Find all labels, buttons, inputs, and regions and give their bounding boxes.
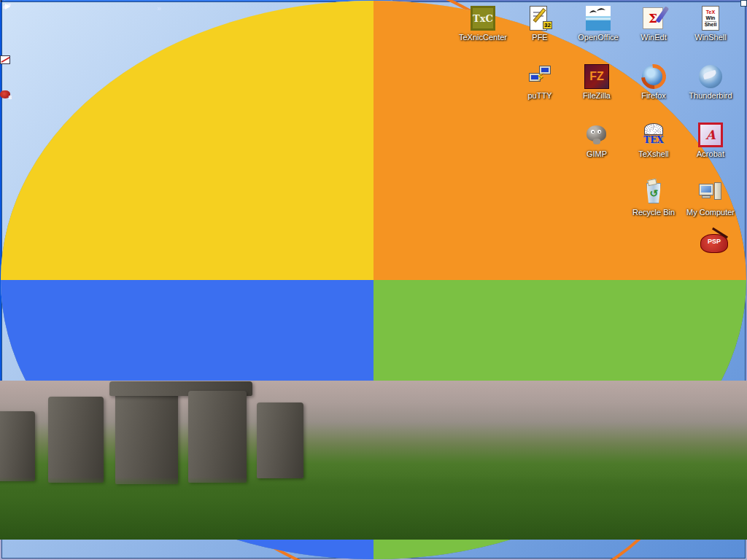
- chevron-more-icon[interactable]: »: [157, 4, 161, 12]
- desktop-icon-thunderbird[interactable]: Thunderbird: [682, 64, 739, 100]
- thunderbird-icon: [698, 64, 723, 89]
- desktop-icon-putty[interactable]: ⚡︎ puTTY: [511, 64, 568, 100]
- pfe-icon: 32: [527, 6, 552, 31]
- acrobat-icon: A: [698, 122, 723, 147]
- desktop-icon-firefox[interactable]: Firefox: [625, 64, 682, 100]
- psp-task-icon: 8: [0, 90, 10, 98]
- wallpaper-stonehenge: [0, 381, 747, 540]
- winshell-icon: TeXWinShell: [698, 6, 723, 31]
- gimp-icon: [584, 122, 609, 147]
- desktop-icon-winedt[interactable]: Σ WinEdt: [625, 6, 682, 42]
- texshell-icon: TEX: [641, 122, 666, 147]
- firefox-icon: [641, 64, 666, 89]
- desktop-icon-pfe[interactable]: 32 PFE: [511, 6, 568, 42]
- desktop-icon-texniccenter[interactable]: TxC TeXnicCenter: [454, 6, 511, 42]
- desktop-icon-my-computer[interactable]: My Computer: [682, 181, 739, 217]
- desktop-icon-gimp[interactable]: GIMP: [568, 122, 625, 158]
- desktop-icon-acrobat[interactable]: A Acrobat: [682, 122, 739, 158]
- openoffice-icon: [586, 6, 611, 31]
- my-computer-icon: [698, 181, 723, 206]
- desktop-icon-recycle-bin[interactable]: ↺ Recycle Bin: [625, 181, 682, 217]
- desktop-icon-filezilla[interactable]: FZ FileZilla: [568, 64, 625, 100]
- putty-icon: ⚡︎: [527, 64, 552, 89]
- winedt-icon: Σ: [641, 6, 666, 31]
- recycle-bin-icon: ↺: [641, 181, 666, 206]
- desktop-icon-openoffice[interactable]: OpenOffice: [570, 6, 627, 42]
- psp-icon-text: PSP: [700, 238, 728, 245]
- texniccenter-icon: TxC: [471, 6, 495, 31]
- desktop: TxC TeXnicCenter 32 PFE OpenOffice Σ Win…: [0, 0, 747, 560]
- desktop-icon-texshell[interactable]: TEX TeXshell: [625, 122, 682, 158]
- yap-task-icon: [0, 55, 10, 64]
- desktop-icon-winshell[interactable]: TeXWinShell WinShell: [682, 6, 739, 42]
- desktop-icon-paintshoppro[interactable]: PSP: [700, 234, 728, 253]
- filezilla-icon: FZ: [584, 64, 609, 89]
